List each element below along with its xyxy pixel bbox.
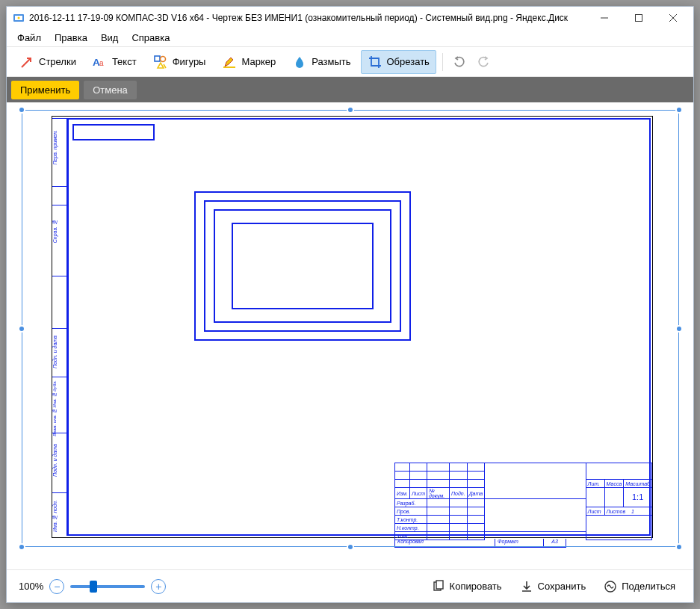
crop-handle-sw[interactable] (18, 543, 25, 551)
tool-shapes-label: Фигуры (173, 56, 206, 67)
tool-blur[interactable]: Размыть (285, 50, 357, 74)
tool-crop[interactable]: Обрезать (361, 50, 436, 74)
tool-marker[interactable]: Маркер (215, 50, 282, 74)
menu-file[interactable]: Файл (11, 31, 47, 45)
menu-edit[interactable]: Правка (49, 31, 93, 45)
actionbar: Применить Отмена (7, 77, 693, 102)
tool-blur-label: Размыть (312, 56, 350, 67)
menu-help[interactable]: Справка (126, 31, 176, 45)
marker-icon (222, 55, 237, 69)
arrow-icon (19, 55, 34, 69)
svg-point-2 (18, 17, 20, 19)
copy-button[interactable]: Копировать (426, 577, 508, 596)
zoom-slider[interactable] (70, 585, 145, 588)
minimize-button[interactable] (587, 7, 622, 29)
tool-marker-label: Маркер (241, 56, 276, 67)
shapes-icon (153, 55, 168, 69)
crop-handle-ne[interactable] (675, 106, 683, 114)
crop-handle-nw[interactable] (18, 106, 25, 114)
crop-handle-se[interactable] (675, 543, 683, 551)
crop-handle-w[interactable] (18, 325, 25, 333)
app-icon (13, 12, 25, 24)
tool-arrows[interactable]: Стрелки (13, 50, 83, 74)
text-icon: Aa (93, 55, 108, 69)
svg-point-10 (160, 56, 165, 61)
undo-button[interactable] (449, 52, 470, 72)
tool-shapes[interactable]: Фигуры (146, 50, 213, 74)
crop-handle-e[interactable] (675, 325, 683, 333)
window-controls (587, 7, 690, 29)
tool-text[interactable]: Aa Текст (86, 50, 143, 74)
save-label: Сохранить (538, 581, 586, 592)
zoom-out-button[interactable]: − (49, 579, 64, 594)
svg-rect-4 (636, 15, 642, 22)
canvas[interactable]: Перв. примен. Справ. № Подп. и дата Взам… (7, 102, 693, 569)
svg-rect-9 (155, 56, 160, 61)
svg-rect-11 (223, 67, 235, 68)
window-title: 2016-12-11 17-19-09 КОМПАС-3D V16 x64 - … (29, 13, 587, 23)
crop-handle-s[interactable] (347, 543, 354, 551)
toolbar-separator (442, 53, 443, 71)
maximize-button[interactable] (622, 7, 656, 29)
menubar: Файл Правка Вид Справка (7, 29, 693, 47)
blur-icon (292, 55, 307, 69)
save-button[interactable]: Сохранить (514, 577, 592, 596)
copy-label: Копировать (450, 581, 502, 592)
download-icon (520, 580, 533, 593)
app-window: 2016-12-11 17-19-09 КОМПАС-3D V16 x64 - … (6, 6, 694, 603)
redo-button[interactable] (473, 52, 494, 72)
copy-icon (432, 580, 445, 593)
menu-view[interactable]: Вид (95, 31, 125, 45)
apply-button[interactable]: Применить (11, 81, 79, 99)
close-button[interactable] (656, 7, 690, 29)
cancel-button[interactable]: Отмена (84, 81, 137, 99)
crop-selection[interactable] (22, 110, 679, 547)
svg-rect-13 (436, 581, 443, 589)
toolbar: Стрелки Aa Текст Фигуры Маркер (7, 47, 693, 77)
statusbar: 100% − + Копировать Сохранить Поделиться (7, 569, 693, 602)
titlebar: 2016-12-11 17-19-09 КОМПАС-3D V16 x64 - … (7, 7, 693, 29)
share-button[interactable]: Поделиться (598, 577, 681, 596)
tool-arrows-label: Стрелки (39, 56, 76, 67)
zoom-in-button[interactable]: + (151, 579, 166, 594)
crop-icon (368, 55, 382, 69)
share-label: Поделиться (622, 581, 675, 592)
svg-text:a: a (99, 58, 104, 67)
tool-crop-label: Обрезать (387, 56, 430, 67)
share-icon (604, 580, 617, 593)
tool-text-label: Текст (112, 56, 137, 67)
zoom-level: 100% (19, 581, 43, 592)
zoom-slider-thumb[interactable] (90, 581, 97, 593)
crop-handle-n[interactable] (347, 106, 354, 114)
